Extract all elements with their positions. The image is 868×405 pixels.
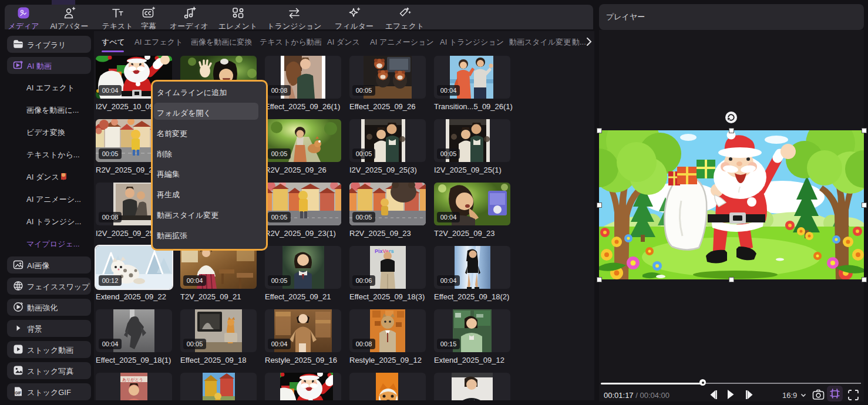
svg-text:PixVers: PixVers (375, 248, 394, 254)
svg-text:GIF: GIF (15, 391, 21, 395)
svg-text:ありがとう: ありがとう (122, 377, 143, 382)
